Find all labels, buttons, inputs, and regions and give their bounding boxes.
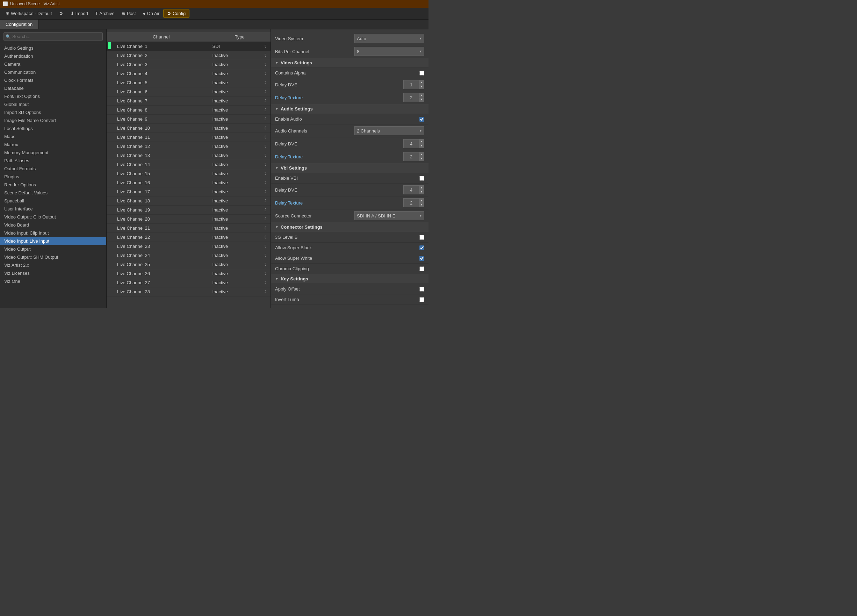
table-row[interactable]: Live Channel 28Inactive⇕ xyxy=(107,287,271,296)
sidebar-item-plugins[interactable]: Plugins xyxy=(0,173,106,181)
delay-texture-audio-down[interactable]: ▼ xyxy=(419,157,424,161)
bits-per-channel-select[interactable]: 81012 xyxy=(354,47,424,56)
audio-settings-section-header[interactable]: ▼ Audio Settings xyxy=(271,104,428,114)
sidebar-item-image-file-name-convert[interactable]: Image File Name Convert xyxy=(0,116,106,124)
table-row[interactable]: Live Channel 9Inactive⇕ xyxy=(107,115,271,124)
table-row[interactable]: Live Channel 1SDI⇕ xyxy=(107,42,271,51)
channel-type-dropdown-arrow[interactable]: ⇕ xyxy=(264,253,267,258)
sidebar-item-audio-settings[interactable]: Audio Settings xyxy=(0,44,106,52)
tab-configuration[interactable]: Configuration xyxy=(0,20,39,29)
channel-type-dropdown-arrow[interactable]: ⇕ xyxy=(264,62,267,67)
config-menu[interactable]: ⚙ Config xyxy=(163,9,190,18)
channel-type-dropdown-arrow[interactable]: ⇕ xyxy=(264,162,267,167)
sidebar-item-scene-default-values[interactable]: Scene Default Values xyxy=(0,189,106,197)
sidebar-item-viz-artist-2-x[interactable]: Viz Artist 2.x xyxy=(0,261,106,269)
key-settings-section-header[interactable]: ▼ Key Settings xyxy=(271,274,428,284)
channel-type-dropdown-arrow[interactable]: ⇕ xyxy=(264,244,267,249)
table-row[interactable]: Live Channel 23Inactive⇕ xyxy=(107,242,271,251)
apply-offset-checkbox[interactable] xyxy=(419,287,424,292)
onair-menu[interactable]: ● On Air xyxy=(139,9,163,17)
delay-dve-audio-up[interactable]: ▲ xyxy=(419,139,424,144)
table-row[interactable]: Live Channel 17Inactive⇕ xyxy=(107,187,271,197)
sidebar-item-viz-licenses[interactable]: Viz Licenses xyxy=(0,269,106,277)
table-row[interactable]: Live Channel 2Inactive⇕ xyxy=(107,51,271,60)
enable-audio-checkbox[interactable] xyxy=(419,117,424,122)
table-row[interactable]: Live Channel 25Inactive⇕ xyxy=(107,260,271,269)
sidebar-item-camera[interactable]: Camera xyxy=(0,60,106,68)
channel-type-dropdown-arrow[interactable]: ⇕ xyxy=(264,126,267,130)
workspace-menu[interactable]: ⊞ Workspace - Default xyxy=(2,9,56,17)
channel-type-dropdown-arrow[interactable]: ⇕ xyxy=(264,135,267,139)
channel-type-dropdown-arrow[interactable]: ⇕ xyxy=(264,80,267,85)
table-row[interactable]: Live Channel 20Inactive⇕ xyxy=(107,215,271,224)
sidebar-item-local-settings[interactable]: Local Settings xyxy=(0,124,106,133)
table-row[interactable]: Live Channel 6Inactive⇕ xyxy=(107,87,271,96)
sidebar-item-matrox[interactable]: Matrox xyxy=(0,141,106,149)
table-row[interactable]: Live Channel 11Inactive⇕ xyxy=(107,133,271,142)
sidebar-item-import-3d-options[interactable]: Import 3D Options xyxy=(0,108,106,116)
channel-type-dropdown-arrow[interactable]: ⇕ xyxy=(264,71,267,76)
table-row[interactable]: Live Channel 8Inactive⇕ xyxy=(107,105,271,115)
channel-type-dropdown-arrow[interactable]: ⇕ xyxy=(264,271,267,276)
sidebar-item-maps[interactable]: Maps xyxy=(0,133,106,141)
table-row[interactable]: Live Channel 3Inactive⇕ xyxy=(107,60,271,69)
delay-dve-vbi-up[interactable]: ▲ xyxy=(419,186,424,190)
table-row[interactable]: Live Channel 12Inactive⇕ xyxy=(107,142,271,151)
channel-type-dropdown-arrow[interactable]: ⇕ xyxy=(264,108,267,112)
delay-texture-vbi-down[interactable]: ▼ xyxy=(419,203,424,207)
search-input[interactable] xyxy=(3,32,103,41)
sidebar-item-video-input-clip-input[interactable]: Video Input: Clip Input xyxy=(0,229,106,237)
channel-type-dropdown-arrow[interactable]: ⇕ xyxy=(264,90,267,94)
channel-type-dropdown-arrow[interactable]: ⇕ xyxy=(264,99,267,103)
connector-settings-section-header[interactable]: ▼ Connector Settings xyxy=(271,222,428,232)
source-connector-select[interactable]: SDI IN A / SDI IN E SDI IN B / SDI IN F xyxy=(354,211,424,220)
sidebar-item-spaceball[interactable]: Spaceball xyxy=(0,197,106,205)
sidebar-item-user-interface[interactable]: User Interface xyxy=(0,205,106,213)
table-row[interactable]: Live Channel 4Inactive⇕ xyxy=(107,69,271,78)
import-menu[interactable]: ⬇ Import xyxy=(67,9,92,17)
table-row[interactable]: Live Channel 27Inactive⇕ xyxy=(107,278,271,287)
sidebar-item-communication[interactable]: Communication xyxy=(0,68,106,76)
delay-texture-video-up[interactable]: ▲ xyxy=(419,93,424,98)
channel-type-dropdown-arrow[interactable]: ⇕ xyxy=(264,144,267,149)
archive-menu[interactable]: T Archive xyxy=(91,9,118,17)
delay-texture-video-down[interactable]: ▼ xyxy=(419,98,424,102)
delay-dve-audio-down[interactable]: ▼ xyxy=(419,144,424,148)
allow-super-white-checkbox[interactable] xyxy=(419,256,424,261)
sidebar-item-video-input-live-input[interactable]: Video Input: Live Input xyxy=(0,237,106,245)
invert-luma-checkbox[interactable] xyxy=(419,297,424,302)
table-row[interactable]: Live Channel 24Inactive⇕ xyxy=(107,251,271,260)
sidebar-item-global-input[interactable]: Global Input xyxy=(0,100,106,108)
allow-super-black-checkbox[interactable] xyxy=(419,245,424,250)
settings-gear-button[interactable]: ⚙ xyxy=(56,9,67,17)
table-row[interactable]: Live Channel 15Inactive⇕ xyxy=(107,169,271,178)
table-row[interactable]: Live Channel 7Inactive⇕ xyxy=(107,96,271,105)
table-row[interactable]: Live Channel 21Inactive⇕ xyxy=(107,224,271,233)
sidebar-item-font-text-options[interactable]: Font/Text Options xyxy=(0,92,106,100)
sidebar-item-video-output[interactable]: Video Output xyxy=(0,245,106,253)
table-row[interactable]: Live Channel 26Inactive⇕ xyxy=(107,269,271,278)
delay-texture-vbi-up[interactable]: ▲ xyxy=(419,198,424,203)
delay-dve-video-down[interactable]: ▼ xyxy=(419,85,424,89)
video-system-select[interactable]: AutoPALNTSC xyxy=(354,34,424,43)
channel-type-dropdown-arrow[interactable]: ⇕ xyxy=(264,117,267,121)
channel-type-dropdown-arrow[interactable]: ⇕ xyxy=(264,189,267,194)
sidebar-item-memory-management[interactable]: Memory Management xyxy=(0,149,106,156)
channel-type-dropdown-arrow[interactable]: ⇕ xyxy=(264,289,267,294)
vbi-settings-section-header[interactable]: ▼ Vbi Settings xyxy=(271,163,428,173)
table-row[interactable]: Live Channel 10Inactive⇕ xyxy=(107,124,271,133)
table-row[interactable]: Live Channel 19Inactive⇕ xyxy=(107,206,271,215)
table-row[interactable]: Live Channel 18Inactive⇕ xyxy=(107,197,271,206)
sidebar-item-render-options[interactable]: Render Options xyxy=(0,181,106,189)
sidebar-item-path-aliases[interactable]: Path Aliases xyxy=(0,156,106,165)
sidebar-item-database[interactable]: Database xyxy=(0,84,106,92)
table-row[interactable]: Live Channel 5Inactive⇕ xyxy=(107,78,271,87)
post-menu[interactable]: ≋ Post xyxy=(118,9,139,17)
channel-type-dropdown-arrow[interactable]: ⇕ xyxy=(264,53,267,58)
table-row[interactable]: Live Channel 14Inactive⇕ xyxy=(107,160,271,169)
enable-vbi-checkbox[interactable] xyxy=(419,176,424,181)
sidebar-item-clock-formats[interactable]: Clock Formats xyxy=(0,76,106,84)
audio-channels-select[interactable]: 2 Channels4 Channels8 Channels xyxy=(354,126,424,135)
sidebar-item-video-output-shm-output[interactable]: Video Output: SHM Output xyxy=(0,253,106,261)
table-row[interactable]: Live Channel 13Inactive⇕ xyxy=(107,151,271,160)
